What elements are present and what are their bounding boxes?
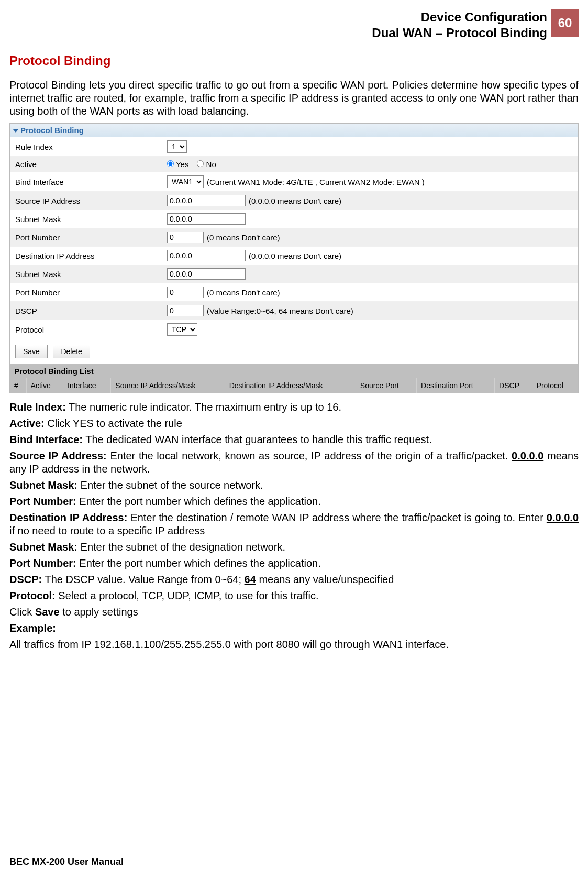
row-dst-port: Port Number (0 means Don't care) [10, 283, 578, 302]
collapse-icon [13, 129, 18, 133]
term-protocol: Protocol: [9, 590, 56, 601]
row-src-ip: Source IP Address (0.0.0.0 means Don't c… [10, 192, 578, 210]
label-dscp: DSCP [15, 306, 167, 315]
col-dscp: DSCP [495, 378, 532, 393]
label-bind-interface: Bind Interface [15, 178, 167, 186]
protocol-binding-panel: Protocol Binding Rule Index 1 Active Yes… [9, 123, 579, 393]
delete-button[interactable]: Delete [53, 345, 90, 358]
dst-ip-hint: (0.0.0.0 means Don't care) [249, 251, 341, 260]
col-interface: Interface [63, 378, 111, 393]
src-ip-input[interactable] [167, 195, 246, 206]
label-rule-index: Rule Index [15, 142, 167, 151]
label-src-ip: Source IP Address [15, 196, 167, 205]
label-dst-port: Port Number [15, 288, 167, 297]
col-active: Active [26, 378, 63, 393]
label-src-port: Port Number [15, 233, 167, 242]
dst-port-hint: (0 means Don't care) [207, 288, 280, 297]
col-sport: Source Port [356, 378, 416, 393]
term-dst-port: Port Number: [9, 557, 76, 569]
src-port-input[interactable] [167, 232, 204, 243]
label-dst-mask: Subnet Mask [15, 270, 167, 279]
row-rule-index: Rule Index 1 [10, 137, 578, 157]
active-no-radio[interactable] [197, 160, 204, 167]
term-src-ip: Source IP Address: [9, 450, 107, 462]
header-line1: Device Configuration [372, 9, 547, 25]
col-src: Source IP Address/Mask [111, 378, 225, 393]
term-dscp: DSCP: [9, 574, 42, 585]
active-yes-radio[interactable] [167, 160, 174, 167]
page-header: Device Configuration Dual WAN – Protocol… [9, 9, 579, 41]
page-number-badge: 60 [551, 9, 579, 37]
bind-interface-select[interactable]: WAN1 [167, 175, 204, 188]
row-protocol: Protocol TCP [10, 320, 578, 339]
label-protocol: Protocol [15, 325, 167, 334]
save-instruction: Click Save to apply settings [9, 606, 579, 619]
intro-paragraph: Protocol Binding lets you direct specifi… [9, 79, 579, 118]
panel-header[interactable]: Protocol Binding [10, 124, 578, 137]
active-no-label[interactable]: No [197, 160, 216, 169]
col-protocol: Protocol [532, 378, 578, 393]
row-dst-ip: Destination IP Address (0.0.0.0 means Do… [10, 247, 578, 265]
row-bind-interface: Bind Interface WAN1 (Current WAN1 Mode: … [10, 172, 578, 192]
row-src-mask: Subnet Mask [10, 210, 578, 228]
term-dst-mask: Subnet Mask: [9, 541, 77, 553]
list-header: Protocol Binding List [10, 364, 578, 378]
dst-port-input[interactable] [167, 287, 204, 298]
label-src-mask: Subnet Mask [15, 215, 167, 224]
term-rule-index: Rule Index: [9, 401, 66, 413]
label-dst-ip: Destination IP Address [15, 251, 167, 260]
protocol-select[interactable]: TCP [167, 323, 197, 336]
term-src-mask: Subnet Mask: [9, 479, 77, 491]
label-active: Active [15, 160, 167, 169]
src-port-hint: (0 means Don't care) [207, 233, 280, 242]
binding-list-table: # Active Interface Source IP Address/Mas… [10, 378, 578, 393]
example-text: All traffics from IP 192.168.1.100/255.2… [9, 638, 579, 651]
term-src-port: Port Number: [9, 496, 76, 507]
row-src-port: Port Number (0 means Don't care) [10, 228, 578, 247]
bind-interface-hint: (Current WAN1 Mode: 4G/LTE , Current WAN… [207, 178, 425, 186]
src-mask-input[interactable] [167, 213, 246, 225]
panel-title: Protocol Binding [20, 126, 84, 135]
row-dst-mask: Subnet Mask [10, 265, 578, 283]
button-row: Save Delete [10, 339, 578, 364]
col-dport: Destination Port [417, 378, 495, 393]
dscp-hint: (Value Range:0~64, 64 means Don't care) [207, 306, 353, 315]
row-active: Active Yes No [10, 157, 578, 172]
table-header-row: # Active Interface Source IP Address/Mas… [10, 378, 578, 393]
rule-index-select[interactable]: 1 [167, 140, 187, 153]
term-active: Active: [9, 417, 45, 429]
col-num: # [10, 378, 26, 393]
descriptions: Rule Index: The numeric rule indicator. … [9, 401, 579, 651]
dst-ip-input[interactable] [167, 250, 246, 261]
src-ip-hint: (0.0.0.0 means Don't care) [249, 196, 341, 205]
row-dscp: DSCP (Value Range:0~64, 64 means Don't c… [10, 302, 578, 320]
term-dst-ip: Destination IP Address: [9, 512, 127, 523]
save-button[interactable]: Save [15, 345, 48, 358]
header-line2: Dual WAN – Protocol Binding [372, 25, 547, 41]
col-dst: Destination IP Address/Mask [225, 378, 356, 393]
term-bind-interface: Bind Interface: [9, 434, 83, 445]
dscp-input[interactable] [167, 305, 204, 316]
example-label: Example: [9, 622, 56, 634]
section-title: Protocol Binding [9, 53, 579, 68]
footer-manual-title: BEC MX-200 User Manual [9, 856, 124, 867]
active-yes-label[interactable]: Yes [167, 160, 188, 169]
dst-mask-input[interactable] [167, 268, 246, 280]
